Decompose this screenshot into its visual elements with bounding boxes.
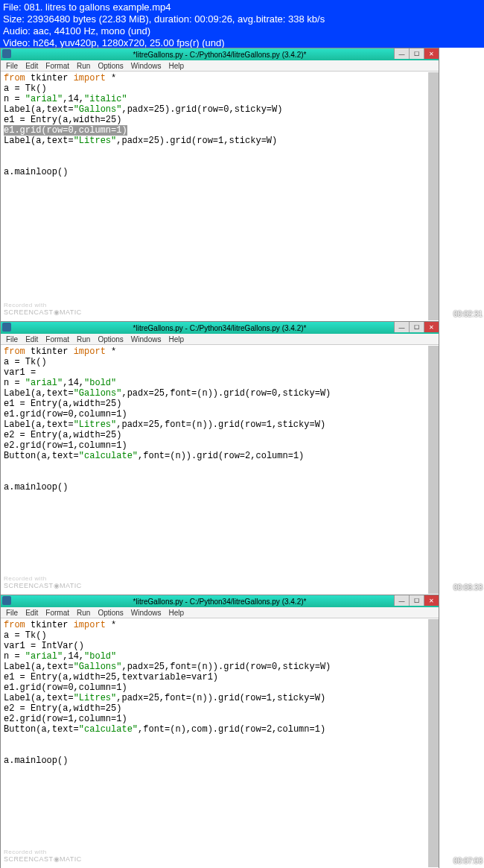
menu-options[interactable]: Options (94, 335, 127, 343)
timestamp: 00:02:31 (453, 310, 483, 318)
menu-format[interactable]: Format (42, 609, 73, 617)
menu-help[interactable]: Help (165, 62, 188, 70)
size-line: Size: 23936480 bytes (22.83 MiB), durati… (3, 13, 481, 25)
code-editor[interactable]: from tkinter import * a = Tk() n = "aria… (1, 72, 439, 321)
menu-windows[interactable]: Windows (127, 62, 165, 70)
menu-file[interactable]: File (2, 62, 22, 70)
code-editor[interactable]: from tkinter import * a = Tk() var1 = In… (1, 618, 439, 868)
menu-run[interactable]: Run (73, 335, 94, 343)
menu-edit[interactable]: Edit (22, 609, 42, 617)
close-button[interactable]: ✕ (424, 322, 439, 332)
menu-edit[interactable]: Edit (22, 335, 42, 343)
code-editor[interactable]: from tkinter import * a = Tk() var1 = n … (1, 345, 439, 595)
window-titlebar[interactable]: *litreGallons.py - C:/Python34/litreGall… (1, 48, 439, 60)
python-icon (2, 596, 11, 605)
scrollbar-vertical[interactable] (428, 72, 439, 320)
timestamp: 00:06:33 (453, 583, 483, 592)
screencast-watermark: Recorded with SCREENCAST◉MATIC (4, 302, 82, 316)
screencast-watermark: Recorded with SCREENCAST◉MATIC (4, 575, 82, 589)
maximize-button[interactable]: ☐ (409, 48, 424, 59)
menu-options[interactable]: Options (94, 62, 127, 70)
menu-help[interactable]: Help (165, 609, 188, 617)
menu-format[interactable]: Format (42, 62, 73, 70)
audio-line: Audio: aac, 44100 Hz, mono (und) (3, 25, 481, 37)
menu-file[interactable]: File (2, 335, 22, 343)
menu-run[interactable]: Run (73, 609, 94, 617)
maximize-button[interactable]: ☐ (409, 322, 424, 332)
window-title: *litreGallons.py - C:/Python34/litreGall… (133, 598, 307, 606)
close-button[interactable]: ✕ (424, 48, 439, 59)
menu-format[interactable]: Format (42, 335, 73, 343)
selected-text: e1.grid(row=0,column=1) (4, 125, 127, 136)
menubar: File Edit Format Run Options Windows Hel… (1, 60, 439, 72)
screencast-watermark: Recorded with SCREENCAST◉MATIC (4, 849, 82, 863)
window-title: *litreGallons.py - C:/Python34/litreGall… (133, 51, 307, 59)
file-line: File: 081. litres to gallons example.mp4 (3, 1, 481, 13)
python-icon (2, 323, 11, 332)
scrollbar-vertical[interactable] (428, 346, 439, 594)
menu-file[interactable]: File (2, 609, 22, 617)
minimize-button[interactable]: — (394, 322, 409, 332)
minimize-button[interactable]: — (394, 48, 409, 59)
window-titlebar[interactable]: *litreGallons.py - C:/Python34/litreGall… (1, 595, 439, 607)
menubar: File Edit Format Run Options Windows Hel… (1, 607, 439, 618)
media-info-header: File: 081. litres to gallons example.mp4… (0, 0, 484, 48)
menu-edit[interactable]: Edit (22, 62, 42, 70)
menubar: File Edit Format Run Options Windows Hel… (1, 334, 439, 345)
menu-windows[interactable]: Windows (127, 609, 165, 617)
python-icon (2, 49, 11, 58)
menu-help[interactable]: Help (165, 335, 188, 343)
menu-windows[interactable]: Windows (127, 335, 165, 343)
menu-run[interactable]: Run (73, 62, 94, 70)
maximize-button[interactable]: ☐ (409, 595, 424, 606)
menu-options[interactable]: Options (94, 609, 127, 617)
window-titlebar[interactable]: *litreGallons.py - C:/Python34/litreGall… (1, 322, 439, 334)
scrollbar-vertical[interactable] (428, 619, 439, 867)
minimize-button[interactable]: — (394, 595, 409, 606)
close-button[interactable]: ✕ (424, 595, 439, 606)
window-title: *litreGallons.py - C:/Python34/litreGall… (133, 324, 307, 332)
timestamp: 00:07:03 (453, 857, 483, 865)
